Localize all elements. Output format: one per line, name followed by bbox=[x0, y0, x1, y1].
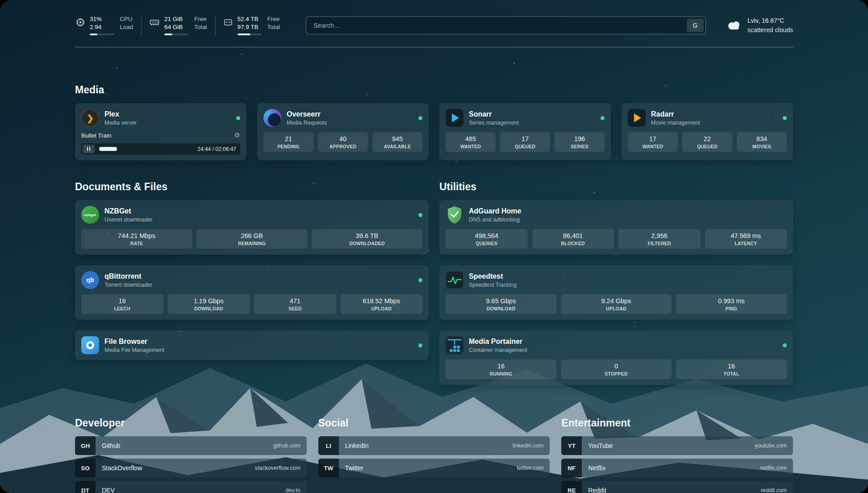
plex-seek-bar[interactable] bbox=[99, 147, 193, 151]
qbittorrent-name: qBittorrent bbox=[104, 272, 152, 280]
filebrowser-status-dot bbox=[418, 343, 422, 347]
stat-queued: 17 QUEUED bbox=[500, 132, 550, 152]
pause-button[interactable] bbox=[83, 145, 95, 153]
weather-text: Lviv, 16.87°C scattered clouds bbox=[747, 16, 793, 34]
portainer-text: Media Portainer Container management bbox=[469, 338, 527, 353]
linkedin-abbr-badge: LI bbox=[318, 436, 339, 455]
stat-remaining: 266 GB REMAINING bbox=[196, 229, 307, 249]
card-sonarr[interactable]: Sonarr Series management 485 WANTED 17 Q… bbox=[439, 103, 611, 160]
bookmark-reddit[interactable]: RE Reddit reddit.com bbox=[561, 481, 793, 493]
sonarr-icon bbox=[446, 109, 463, 127]
speedtest-description: Speedtest Tracking bbox=[469, 282, 517, 288]
stat-ping: 0.993 ms PING bbox=[676, 294, 787, 314]
radarr-stats: 17 WANTED 22 QUEUED 834 MOVIES bbox=[628, 132, 787, 152]
header-divider bbox=[75, 47, 793, 47]
stat-filtered: 2,956 FILTERED bbox=[618, 229, 701, 249]
netflix-abbr-badge: NF bbox=[561, 459, 582, 477]
qbittorrent-status-dot bbox=[418, 278, 422, 282]
nzbget-icon: nzbget bbox=[81, 206, 99, 224]
bookmark-github[interactable]: GH Github github.com bbox=[75, 436, 307, 455]
weather-location: Lviv, 16.87°C bbox=[747, 16, 793, 25]
bookmark-youtube[interactable]: YT YouTube youtube.com bbox=[561, 436, 793, 455]
ram-metric-body: 21 GiB 64 GiB Free Total bbox=[164, 15, 207, 35]
overseerr-description: Media Requests bbox=[287, 120, 327, 126]
speedtest-icon bbox=[446, 271, 463, 289]
card-portainer[interactable]: Media Portainer Container management 16 … bbox=[439, 330, 793, 385]
overseerr-icon bbox=[263, 109, 281, 127]
qbittorrent-icon: qb bbox=[81, 271, 99, 289]
stat-wanted: 17 WANTED bbox=[628, 132, 678, 152]
stat-latency: 47.569 ms LATENCY bbox=[705, 229, 787, 249]
card-nzbget[interactable]: nzbget NZBGet Usenet downloader 744.21 M… bbox=[75, 200, 429, 255]
disk-values: 52.4 TB 97.9 TB bbox=[238, 15, 262, 35]
radarr-text: Radarr Movie management bbox=[651, 110, 700, 126]
portainer-name: Media Portainer bbox=[469, 338, 527, 346]
stat-downloaded: 39.6 TB DOWNLOADED bbox=[312, 229, 422, 249]
plex-text: Plex Media server bbox=[104, 110, 137, 126]
bookmark-stackoverflow[interactable]: SO StackOverflow stackoverflow.com bbox=[75, 459, 307, 477]
bookmark-group-entertainment: Entertainment YT YouTube youtube.com NF … bbox=[561, 417, 793, 493]
stat-running: 16 RUNNING bbox=[446, 359, 556, 379]
filebrowser-description: Media File Management bbox=[104, 347, 164, 353]
bookmark-twitter[interactable]: TW Twitter twitter.com bbox=[318, 459, 550, 477]
card-overseerr[interactable]: Overseerr Media Requests 21 PENDING 40 A… bbox=[257, 103, 429, 160]
reddit-abbr-badge: RE bbox=[561, 481, 582, 493]
qbittorrent-stats: 16 LEECH 1.19 Gbps DOWNLOAD 471 SEED 6 bbox=[81, 294, 422, 314]
plex-player-bar: 24:44 / 02:06:47 bbox=[81, 143, 240, 155]
stat-total: 16 TOTAL bbox=[676, 359, 787, 379]
card-qbittorrent[interactable]: qb qBittorrent Torrent downloader 16 LEE… bbox=[75, 265, 429, 320]
card-filebrowser[interactable]: File Browser Media File Management bbox=[75, 330, 429, 360]
plex-name: Plex bbox=[104, 110, 137, 118]
overseerr-status-dot bbox=[418, 116, 422, 120]
ram-metric: 21 GiB 64 GiB Free Total bbox=[141, 15, 215, 35]
stat-approved: 40 APPROVED bbox=[318, 132, 368, 152]
disk-metric-body: 52.4 TB 97.9 TB Free Total bbox=[238, 15, 280, 35]
stat-available: 945 AVAILABLE bbox=[372, 132, 422, 152]
weather-widget[interactable]: Lviv, 16.87°C scattered clouds bbox=[726, 16, 793, 34]
nzbget-description: Usenet downloader bbox=[104, 217, 153, 223]
search-bar: G bbox=[306, 17, 706, 34]
stat-upload: 9.24 Gbps UPLOAD bbox=[561, 294, 672, 314]
adguard-description: DNS and adblocking bbox=[469, 217, 521, 223]
cpu-metric-body: 31% 2.94 CPU Load bbox=[90, 15, 133, 35]
card-adguard[interactable]: AdGuard Home DNS and adblocking 498,564 … bbox=[439, 200, 793, 255]
adguard-stats: 498,564 QUERIES 86,401 BLOCKED 2,956 FIL… bbox=[446, 229, 787, 249]
bookmark-dev[interactable]: DT DEV dev.to bbox=[75, 481, 307, 493]
bookmark-linkedin[interactable]: LI LinkedIn linkedin.com bbox=[318, 436, 550, 455]
overseerr-stats: 21 PENDING 40 APPROVED 945 AVAILABLE bbox=[263, 132, 422, 152]
stat-pending: 21 PENDING bbox=[263, 132, 313, 152]
portainer-crane-icon bbox=[446, 336, 463, 354]
disk-progress-fill bbox=[238, 33, 250, 35]
card-plex[interactable]: ❯ Plex Media server Bullet Train ⚙ bbox=[75, 103, 246, 160]
qbittorrent-text: qBittorrent Torrent downloader bbox=[104, 272, 152, 288]
nzbget-name: NZBGet bbox=[104, 207, 153, 215]
portainer-status-dot bbox=[783, 343, 787, 347]
disk-label-bottom: Total bbox=[267, 23, 280, 31]
bookmark-group-developer: Developer GH Github github.com SO StackO… bbox=[75, 417, 307, 493]
sonarr-name: Sonarr bbox=[469, 110, 519, 118]
stat-movies: 834 MOVIES bbox=[737, 132, 787, 152]
ram-progress-bar bbox=[164, 33, 188, 35]
card-speedtest[interactable]: Speedtest Speedtest Tracking 9.65 Gbps D… bbox=[439, 265, 793, 320]
cpu-progress-bar bbox=[90, 33, 114, 35]
nzbget-stats: 744.21 Mbps RATE 266 GB REMAINING 39.6 T… bbox=[81, 229, 422, 249]
bookmark-netflix[interactable]: NF Netflix netflix.com bbox=[561, 459, 793, 477]
section-utilities: Utilities bbox=[439, 181, 793, 385]
page-content: 31% 2.94 CPU Load bbox=[75, 0, 793, 493]
overseerr-header: Overseerr Media Requests bbox=[263, 109, 422, 127]
plex-icon: ❯ bbox=[81, 109, 99, 127]
ram-label-bottom: Total bbox=[194, 23, 207, 31]
ram-values: 21 GiB 64 GiB bbox=[164, 15, 188, 35]
search-input[interactable] bbox=[306, 17, 706, 34]
portainer-description: Container management bbox=[469, 347, 527, 353]
bookmark-group-social: Social LI LinkedIn linkedin.com TW Twitt… bbox=[318, 417, 550, 493]
gear-icon[interactable]: ⚙ bbox=[234, 131, 240, 139]
card-radarr[interactable]: Radarr Movie management 17 WANTED 22 QUE… bbox=[622, 103, 793, 160]
search-engine-button[interactable]: G bbox=[687, 19, 704, 32]
stat-leech: 16 LEECH bbox=[81, 294, 163, 314]
bookmarks-area: Developer GH Github github.com SO StackO… bbox=[75, 417, 793, 493]
media-grid: ❯ Plex Media server Bullet Train ⚙ bbox=[75, 103, 793, 160]
cpu-labels: CPU Load bbox=[120, 15, 133, 35]
disk-labels: Free Total bbox=[267, 15, 280, 35]
stat-rate: 744.21 Mbps RATE bbox=[81, 229, 192, 249]
